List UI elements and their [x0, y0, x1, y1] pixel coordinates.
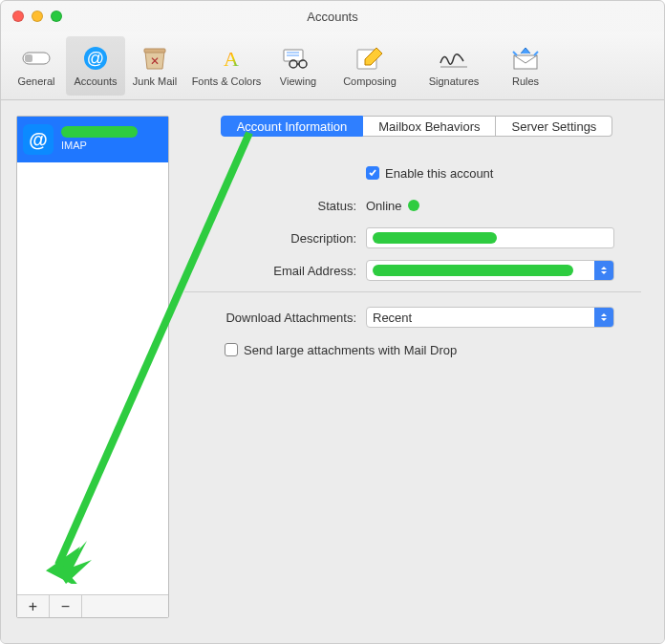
tab-mailbox-behaviors[interactable]: Mailbox Behaviors	[363, 116, 496, 137]
account-text: IMAP	[61, 126, 138, 152]
status-label: Status:	[184, 199, 366, 213]
signature-icon	[437, 45, 471, 72]
toolbar-general[interactable]: General	[7, 36, 66, 96]
svg-rect-1	[25, 54, 32, 62]
at-icon: @	[23, 124, 54, 155]
toolbar-rules[interactable]: Rules	[496, 36, 555, 96]
svg-rect-4	[144, 49, 165, 53]
account-row[interactable]: @ IMAP	[17, 117, 168, 162]
preferences-toolbar: General @ Accounts ✕ Junk Mail A Fonts &…	[1, 32, 664, 100]
toolbar-label: Accounts	[74, 75, 117, 87]
glasses-icon	[281, 45, 315, 72]
preferences-window: Accounts General @ Accounts ✕ Junk Mail …	[0, 0, 665, 644]
svg-text:✕: ✕	[150, 54, 160, 68]
toolbar-accounts[interactable]: @ Accounts	[66, 36, 125, 96]
remove-account-button[interactable]: −	[50, 595, 82, 617]
enable-account-checkbox[interactable]	[366, 166, 379, 180]
enable-account-label: Enable this account	[385, 166, 493, 181]
email-value-masked	[373, 265, 573, 276]
tab-account-information[interactable]: Account Information	[221, 116, 364, 137]
toolbar-label: Composing	[343, 75, 397, 87]
chevron-updown-icon	[594, 308, 613, 327]
font-color-icon: A	[209, 45, 244, 72]
pencil-paper-icon	[353, 45, 387, 72]
toolbar-fonts-colors[interactable]: A Fonts & Colors	[184, 36, 268, 96]
mail-drop-label: Send large attachments with Mail Drop	[244, 343, 457, 357]
rules-icon	[508, 45, 543, 72]
download-attachments-select[interactable]: Recent	[366, 307, 614, 328]
at-icon: @	[78, 45, 113, 72]
accounts-list: @ IMAP + −	[16, 116, 169, 618]
toolbar-signatures[interactable]: Signatures	[412, 36, 496, 96]
account-detail: Account Information Mailbox Behaviors Se…	[184, 116, 649, 628]
sidebar-spacer	[17, 162, 168, 594]
trash-icon: ✕	[138, 45, 172, 72]
chevron-updown-icon	[594, 261, 613, 280]
toolbar-label: Rules	[512, 75, 539, 87]
switch-icon	[19, 45, 54, 72]
toolbar-label: Fonts & Colors	[192, 75, 262, 87]
account-name-masked	[61, 126, 138, 138]
svg-text:A: A	[224, 47, 239, 71]
account-tabs: Account Information Mailbox Behaviors Se…	[221, 116, 613, 137]
tab-server-settings[interactable]: Server Settings	[496, 116, 612, 137]
titlebar: Accounts	[1, 1, 664, 32]
toolbar-label: General	[17, 75, 54, 87]
email-label: Email Address:	[184, 264, 366, 278]
download-attachments-value: Recent	[373, 311, 412, 325]
add-account-button[interactable]: +	[17, 595, 50, 617]
toolbar-junk-mail[interactable]: ✕ Junk Mail	[125, 36, 184, 96]
toolbar-label: Signatures	[429, 75, 480, 87]
footer-spacer	[82, 595, 168, 617]
toolbar-label: Viewing	[280, 75, 316, 87]
toolbar-label: Junk Mail	[133, 75, 177, 87]
download-attachments-label: Download Attachments:	[184, 311, 366, 325]
description-label: Description:	[184, 231, 366, 246]
status-indicator-icon	[408, 200, 419, 211]
toolbar-composing[interactable]: Composing	[328, 36, 412, 96]
divider	[184, 291, 641, 292]
account-information-pane: Enable this account Status: Online Descr…	[184, 150, 649, 369]
description-field[interactable]	[366, 227, 614, 248]
account-type: IMAP	[61, 138, 138, 152]
content-area: @ IMAP + − Account Information Mailbox B…	[1, 100, 664, 643]
toolbar-viewing[interactable]: Viewing	[268, 36, 328, 96]
description-value-masked	[373, 232, 497, 244]
mail-drop-checkbox[interactable]	[225, 343, 238, 356]
window-title: Accounts	[1, 10, 664, 24]
svg-text:@: @	[87, 49, 104, 68]
sidebar-footer: + −	[17, 594, 168, 617]
email-address-select[interactable]	[366, 260, 614, 281]
status-value: Online	[366, 199, 402, 213]
